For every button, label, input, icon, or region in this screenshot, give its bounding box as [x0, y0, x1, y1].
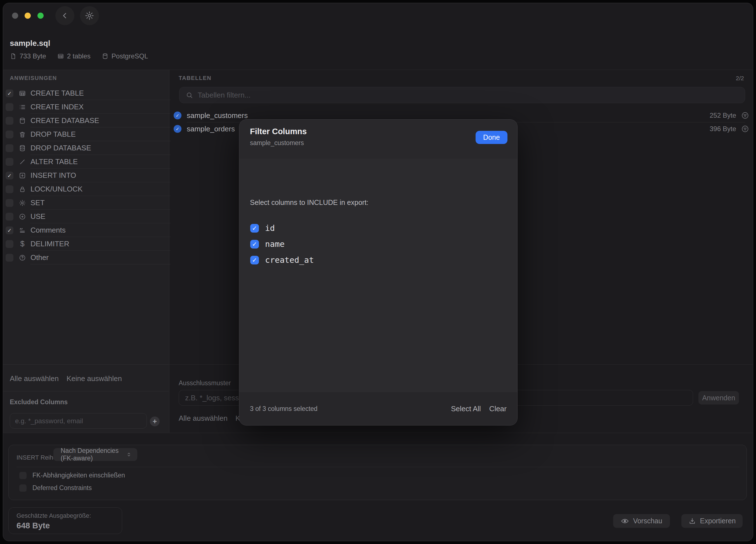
check-icon: ✓	[7, 90, 12, 96]
filter-columns-icon[interactable]	[741, 112, 749, 119]
settings-button[interactable]	[80, 6, 99, 25]
modal-title: Filter Columns	[250, 127, 307, 136]
traffic-light-close[interactable]	[12, 13, 18, 19]
footer-zone-divider	[3, 433, 753, 433]
modal-footer: 3 of 3 columns selected Select All Clear	[239, 392, 517, 425]
back-button[interactable]	[55, 6, 74, 25]
preview-button-label: Vorschau	[633, 517, 662, 525]
set-checkbox[interactable]: ✓	[6, 199, 13, 207]
clear-columns-link[interactable]: Clear	[489, 405, 507, 413]
create-database-checkbox[interactable]: ✓	[6, 117, 13, 125]
file-size-meta: 733 Byte	[10, 52, 46, 60]
gear-icon	[85, 11, 94, 20]
table-size: 396 Byte	[710, 125, 736, 133]
other-checkbox[interactable]: ✓	[6, 254, 13, 262]
comments-checkbox[interactable]: ✓	[6, 226, 13, 234]
arrow-circle-icon	[19, 213, 26, 220]
table-icon	[19, 90, 26, 97]
sidebar-item-create-index[interactable]: ✓ CREATE INDEX	[3, 100, 169, 114]
gear-icon	[19, 199, 26, 207]
sidebar-item-label: ALTER TABLE	[30, 157, 78, 166]
table-filter-input[interactable]	[193, 87, 745, 103]
database-icon	[102, 53, 108, 60]
traffic-light-minimize[interactable]	[25, 13, 31, 19]
filter-columns-icon[interactable]	[741, 125, 749, 133]
traffic-light-zoom[interactable]	[37, 13, 44, 19]
fk-dependencies-option[interactable]: ✓ FK-Abhängigkeiten einschließen	[19, 472, 125, 479]
sidebar-item-label: CREATE DATABASE	[30, 116, 99, 125]
table-checked-icon[interactable]: ✓	[174, 112, 181, 119]
sidebar-item-drop-database[interactable]: ✓ DROP DATABASE	[3, 141, 169, 155]
done-button-label: Done	[483, 133, 500, 141]
dialect-meta: PostgreSQL	[102, 52, 148, 60]
drop-database-checkbox[interactable]: ✓	[6, 144, 13, 152]
sidebar-item-label: DROP TABLE	[30, 130, 76, 139]
deferred-constraints-checkbox[interactable]: ✓	[19, 484, 27, 492]
select-none-statements-link[interactable]: Keine auswählen	[67, 374, 122, 383]
statements-list: ✓ CREATE TABLE ✓ CREATE INDEX ✓ CREATE D…	[3, 86, 169, 264]
select-all-tables-link[interactable]: Alle auswählen	[179, 414, 228, 423]
file-size-label: 733 Byte	[20, 52, 46, 60]
select-all-statements-link[interactable]: Alle auswählen	[10, 374, 59, 383]
column-checkbox-id[interactable]: ✓	[250, 224, 259, 233]
sidebar-item-alter-table[interactable]: ✓ ALTER TABLE	[3, 155, 169, 169]
create-index-checkbox[interactable]: ✓	[6, 103, 13, 111]
table-checked-icon[interactable]: ✓	[174, 125, 181, 133]
use-checkbox[interactable]: ✓	[6, 213, 13, 221]
insert-options-panel: INSERT Reihenfolge: Nach Dependencies (F…	[8, 445, 747, 500]
table-name: sample_orders	[187, 125, 235, 133]
column-checkbox-created-at[interactable]: ✓	[250, 256, 259, 264]
select-all-columns-link[interactable]: Select All	[451, 405, 481, 413]
column-row-created-at[interactable]: ✓ created_at	[250, 255, 314, 265]
create-table-checkbox[interactable]: ✓	[6, 89, 13, 97]
divider	[3, 364, 169, 365]
sidebar-item-lock-unlock[interactable]: ✓ LOCK/UNLOCK	[3, 182, 169, 196]
tables-section-title: TABELLEN	[179, 75, 211, 81]
estimated-size-box: Geschätzte Ausgabegröße: 648 Byte	[8, 507, 122, 534]
sidebar-item-other[interactable]: ✓ Other	[3, 251, 169, 264]
plus-square-icon	[19, 172, 26, 179]
apply-button[interactable]: Anwenden	[698, 391, 739, 405]
plus-icon: +	[153, 417, 157, 426]
sidebar-item-insert-into[interactable]: ✓ INSERT INTO	[3, 169, 169, 182]
sidebar-item-label: DELIMITER	[30, 240, 69, 248]
sidebar-item-label: CREATE INDEX	[30, 103, 84, 111]
lock-unlock-checkbox[interactable]: ✓	[6, 185, 13, 193]
drop-table-checkbox[interactable]: ✓	[6, 131, 13, 138]
fk-dependencies-checkbox[interactable]: ✓	[19, 472, 27, 479]
delimiter-checkbox[interactable]: ✓	[6, 240, 13, 248]
eye-icon	[621, 517, 629, 525]
excluded-columns-input[interactable]	[10, 413, 147, 429]
done-button[interactable]: Done	[476, 131, 507, 144]
sidebar-item-label: INSERT INTO	[30, 171, 76, 180]
sidebar-item-comments[interactable]: ✓ Comments	[3, 223, 169, 237]
fk-dependencies-label: FK-Abhängigkeiten einschließen	[32, 472, 125, 479]
sidebar-item-label: Comments	[30, 226, 66, 235]
sidebar-item-set[interactable]: ✓ SET	[3, 196, 169, 210]
file-icon	[10, 53, 16, 60]
insert-order-dropdown[interactable]: Nach Dependencies (FK-aware)	[53, 448, 137, 461]
sidebar-item-delimiter[interactable]: ✓ $ DELIMITER	[3, 237, 169, 251]
sidebar-item-drop-table[interactable]: ✓ DROP TABLE	[3, 127, 169, 141]
table-icon	[57, 53, 64, 60]
table-filter-field[interactable]	[179, 87, 745, 103]
table-count-label: 2 tables	[67, 52, 91, 60]
apply-button-label: Anwenden	[702, 394, 735, 402]
sidebar-item-create-database[interactable]: ✓ CREATE DATABASE	[3, 114, 169, 127]
preview-button[interactable]: Vorschau	[613, 514, 670, 528]
column-checkbox-name[interactable]: ✓	[250, 240, 259, 249]
dialect-label: PostgreSQL	[112, 52, 148, 60]
column-row-id[interactable]: ✓ id	[250, 223, 275, 233]
alter-table-checkbox[interactable]: ✓	[6, 158, 13, 166]
question-circle-icon	[19, 254, 26, 261]
sidebar-item-label: Other	[30, 253, 49, 262]
sidebar-item-create-table[interactable]: ✓ CREATE TABLE	[3, 86, 169, 100]
add-excluded-column-button[interactable]: +	[150, 417, 160, 426]
insert-into-checkbox[interactable]: ✓	[6, 172, 13, 179]
column-row-name[interactable]: ✓ name	[250, 239, 285, 249]
export-button[interactable]: Exportieren	[681, 514, 743, 528]
sidebar-item-use[interactable]: ✓ USE	[3, 210, 169, 223]
table-size: 252 Byte	[710, 112, 736, 119]
table-name: sample_customers	[187, 111, 248, 120]
deferred-constraints-option[interactable]: ✓ Deferred Constraints	[19, 484, 92, 492]
